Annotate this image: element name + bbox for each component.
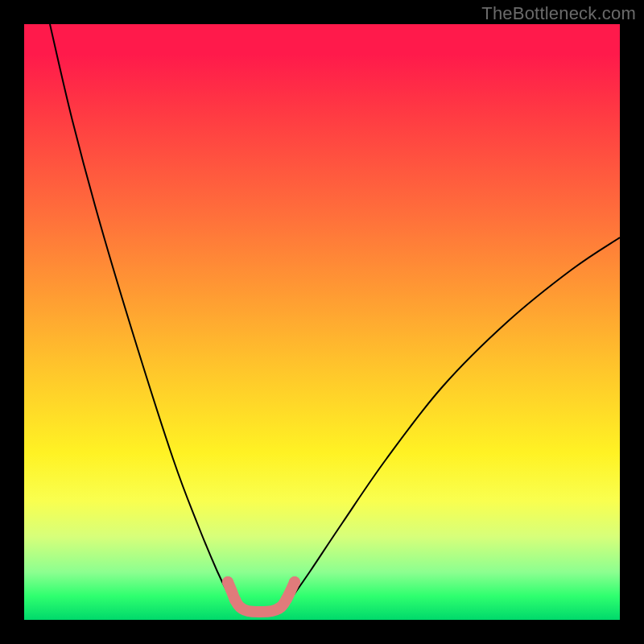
chart-frame: TheBottleneck.com <box>0 0 644 644</box>
watermark-text: TheBottleneck.com <box>481 3 636 24</box>
marker <box>229 594 241 605</box>
marker <box>222 576 233 588</box>
series-left-branch <box>50 24 235 605</box>
plot-area <box>24 24 620 620</box>
series-container <box>50 24 620 612</box>
marker <box>289 576 300 588</box>
marker <box>281 593 292 605</box>
series-right-branch <box>286 237 620 605</box>
curve-layer <box>24 24 620 620</box>
